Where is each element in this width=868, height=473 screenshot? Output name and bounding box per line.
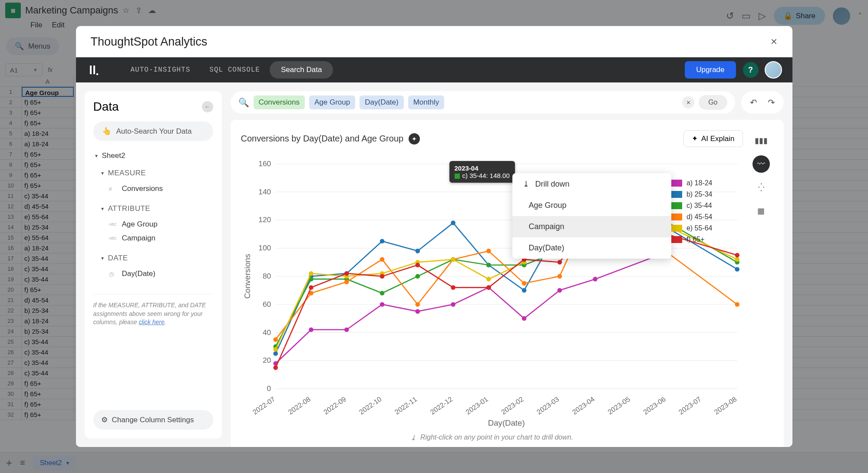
svg-point-41	[415, 309, 420, 314]
autosearch-button[interactable]: 👆 Auto-Search Your Data	[93, 122, 213, 141]
context-menu: ⤓ Drill down Age Group Campaign Day(Date…	[512, 173, 671, 259]
workspace: Data ← 👆 Auto-Search Your Data ▾ Sheet2 …	[76, 82, 792, 447]
svg-point-39	[344, 327, 349, 332]
chevron-down-icon: ▾	[101, 255, 104, 261]
pill-conversions[interactable]: Conversions	[254, 95, 305, 109]
svg-text:2023-07: 2023-07	[677, 395, 702, 416]
chart-type-bar-icon[interactable]: ▮▮▮	[752, 132, 770, 149]
tooltip-date: 2023-04	[455, 164, 510, 172]
data-panel: Data ← 👆 Auto-Search Your Data ▾ Sheet2 …	[85, 91, 222, 438]
search-row: 🔍 Conversions Age Group Day(Date) Monthl…	[231, 91, 784, 114]
svg-point-78	[557, 274, 562, 279]
svg-text:2023-03: 2023-03	[535, 395, 560, 416]
measure-label: MEASURE	[108, 169, 146, 177]
redo-icon[interactable]: ↷	[768, 97, 775, 108]
nav-search-data[interactable]: Search Data	[270, 61, 333, 79]
chart-type-line-icon[interactable]: 〰	[752, 155, 770, 173]
ctx-drill-down[interactable]: ⤓ Drill down	[512, 173, 671, 195]
hint-link[interactable]: click here	[139, 319, 165, 325]
svg-text:60: 60	[262, 300, 271, 309]
measure-conversions[interactable]: # Conversions	[93, 182, 213, 196]
upgrade-button[interactable]: Upgrade	[685, 61, 736, 79]
pill-monthly[interactable]: Monthly	[408, 95, 445, 109]
svg-text:80: 80	[262, 272, 271, 280]
ts-user-avatar[interactable]	[765, 61, 782, 79]
svg-point-100	[557, 260, 562, 265]
cursor-icon: 👆	[102, 127, 111, 136]
svg-point-58	[735, 267, 739, 272]
main-area: 🔍 Conversions Age Group Day(Date) Monthl…	[231, 91, 784, 438]
svg-point-91	[735, 257, 739, 262]
svg-point-74	[415, 302, 420, 307]
chart-type-table-icon[interactable]: ▦	[752, 202, 770, 220]
ctx-drill-label: Drill down	[535, 180, 570, 189]
svg-text:2022-09: 2022-09	[322, 395, 347, 416]
svg-point-72	[344, 279, 349, 284]
date-day[interactable]: ◷ Day(Date)	[93, 267, 213, 281]
ts-logo-icon[interactable]	[86, 61, 104, 79]
download-icon: ⤓	[523, 179, 529, 189]
nav-auto-insights[interactable]: AUTO-INSIGHTS	[121, 66, 200, 74]
help-icon[interactable]: ?	[743, 62, 759, 78]
tree-measure-section[interactable]: ▾ MEASURE	[93, 164, 213, 182]
abc-icon: ABC	[109, 236, 118, 240]
svg-point-70	[273, 337, 278, 342]
pill-age-group[interactable]: Age Group	[309, 95, 355, 109]
ai-explain-label: AI Explain	[701, 135, 735, 143]
sparkle-icon: ✦	[692, 134, 698, 143]
chart-area[interactable]: 0204060801001201401602022-072022-082022-…	[241, 151, 743, 430]
clear-search-icon[interactable]: ✕	[682, 96, 694, 108]
star-button-icon[interactable]: ✦	[409, 133, 420, 145]
search-bar[interactable]: 🔍 Conversions Age Group Day(Date) Monthl…	[231, 91, 735, 114]
ctx-age-group[interactable]: Age Group	[512, 195, 671, 216]
tree-sheet[interactable]: ▾ Sheet2	[93, 147, 213, 164]
tooltip-value: c) 35-44: 148.00	[455, 172, 510, 179]
go-button[interactable]: Go	[699, 95, 727, 110]
svg-text:2022-11: 2022-11	[393, 395, 418, 416]
ai-explain-button[interactable]: ✦ AI Explain	[683, 130, 743, 147]
svg-point-98	[486, 285, 491, 290]
svg-point-96	[415, 263, 420, 267]
chevron-down-icon: ▾	[101, 170, 104, 176]
column-settings-button[interactable]: ⚙ Change Column Settings	[93, 410, 213, 430]
back-icon[interactable]: ←	[202, 101, 213, 112]
attribute-campaign[interactable]: ABC Campaign	[93, 231, 213, 245]
data-panel-title: Data	[93, 100, 119, 114]
svg-text:120: 120	[258, 215, 271, 224]
tree-date-section[interactable]: ▾ DATE	[93, 250, 213, 267]
svg-point-42	[451, 302, 455, 307]
thoughtspot-modal: ThoughtSpot Analytics ✕ AUTO-INSIGHTS SQ…	[76, 26, 792, 447]
modal-title: ThoughtSpot Analytics	[91, 35, 208, 49]
svg-point-53	[451, 220, 455, 225]
svg-point-95	[380, 274, 384, 279]
svg-text:160: 160	[258, 159, 271, 168]
svg-text:2023-01: 2023-01	[464, 395, 489, 416]
pill-day-date[interactable]: Day(Date)	[360, 95, 403, 109]
svg-point-46	[593, 277, 597, 282]
hint-text: If the MEASURE, ATTRIBUTE, and DATE assi…	[93, 294, 213, 327]
svg-point-93	[309, 285, 314, 290]
chevron-down-icon: ▾	[101, 206, 104, 212]
svg-text:Conversions: Conversions	[243, 254, 252, 299]
chart-tooltip: 2023-04 c) 35-44: 148.00	[449, 161, 515, 183]
svg-text:140: 140	[258, 187, 271, 196]
undo-icon[interactable]: ↶	[750, 97, 757, 108]
svg-point-73	[380, 257, 384, 262]
svg-point-81	[273, 347, 278, 352]
svg-point-48	[273, 351, 278, 356]
svg-point-65	[486, 263, 491, 267]
chart-container: Conversions by Day(Date) and Age Group ✦…	[231, 120, 784, 447]
chart-type-rail: ▮▮▮ 〰 ⁛ ▦	[749, 130, 773, 445]
ctx-campaign[interactable]: Campaign	[512, 216, 671, 237]
tree-attribute-section[interactable]: ▾ ATTRIBUTE	[93, 200, 213, 217]
attribute-label: ATTRIBUTE	[108, 204, 151, 213]
chart-type-scatter-icon[interactable]: ⁛	[752, 179, 770, 196]
attribute-age-group[interactable]: ABC Age Group	[93, 217, 213, 231]
search-icon: 🔍	[238, 97, 249, 108]
ctx-day-date[interactable]: Day(Date)	[512, 237, 671, 259]
modal-header: ThoughtSpot Analytics ✕	[76, 26, 792, 57]
close-icon[interactable]: ✕	[770, 36, 778, 47]
svg-text:2022-07: 2022-07	[251, 395, 276, 416]
date-item: Day(Date)	[122, 269, 155, 278]
nav-sql-console[interactable]: SQL CONSOLE	[200, 66, 270, 74]
